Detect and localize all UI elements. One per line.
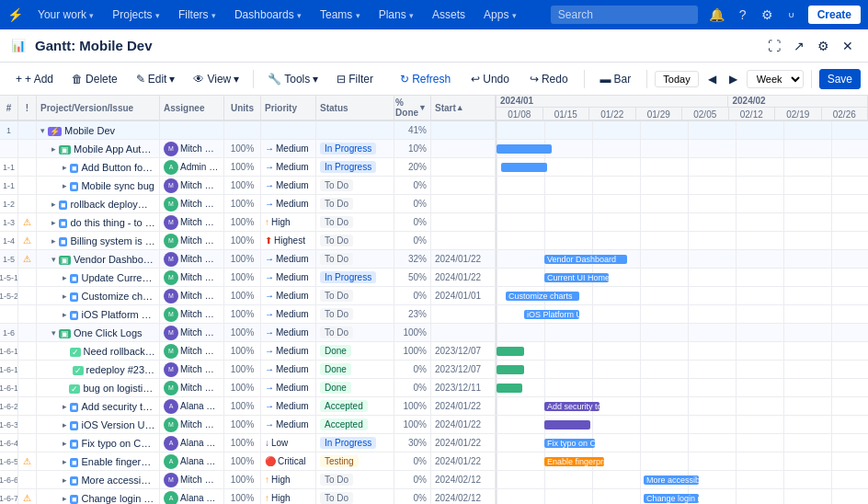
expand-toggle[interactable]: ▾ bbox=[40, 126, 45, 135]
cell-name[interactable]: ▸ ■ rollback deployment #23 bbox=[37, 195, 160, 212]
table-row[interactable]: ▸ ▣ Mobile App Authentication MMitch Da.… bbox=[0, 140, 868, 158]
save-button[interactable]: Save bbox=[819, 69, 861, 89]
nav-dashboards[interactable]: Dashboards ▾ bbox=[227, 8, 309, 21]
tools-button[interactable]: 🔧 Tools ▾ bbox=[259, 69, 326, 89]
expand-toggle[interactable]: ▾ bbox=[51, 328, 56, 338]
cell-name[interactable]: ✓ redeploy #23 asap bbox=[37, 361, 160, 378]
expand-toggle[interactable]: ▸ bbox=[63, 310, 67, 319]
cell-name[interactable]: ▾ ▣ One Click Logs bbox=[37, 324, 160, 341]
table-row[interactable]: ▸ ■ iOS Platform Update MMitch Da... 100… bbox=[0, 305, 868, 324]
table-row[interactable]: 1-6-3 ▸ ■ iOS Version Upgrade Notes MMit… bbox=[0, 416, 868, 434]
table-row[interactable]: 1-6-1 ✓ redeploy #23 asap MMitch Da... 1… bbox=[0, 361, 868, 379]
settings-gear-icon[interactable]: ⚙ bbox=[814, 37, 833, 55]
cell-name[interactable]: ▸ ■ iOS Platform Update bbox=[37, 305, 160, 323]
expand-toggle[interactable]: ▸ bbox=[63, 273, 67, 282]
redo-button[interactable]: ↪ Redo bbox=[521, 69, 577, 89]
expand-icon[interactable]: ⛶ bbox=[764, 37, 784, 55]
gantt-bar[interactable] bbox=[497, 144, 552, 154]
create-button[interactable]: Create bbox=[808, 6, 861, 24]
expand-toggle[interactable]: ▸ bbox=[51, 218, 56, 227]
table-row[interactable]: 1-6-4 ▸ ■ Fix typo on Contact Us page AA… bbox=[0, 434, 868, 452]
expand-toggle[interactable]: ▸ bbox=[63, 420, 67, 430]
table-row[interactable]: 1-6-1 ✓ bug on logistics or screen 12638… bbox=[0, 379, 868, 397]
nav-teams[interactable]: Teams ▾ bbox=[313, 8, 368, 21]
gantt-bar[interactable] bbox=[501, 163, 547, 172]
gantt-bar[interactable]: Change login related support documentati… bbox=[644, 494, 699, 503]
expand-toggle[interactable]: ▸ bbox=[63, 457, 67, 466]
gantt-bar[interactable]: More accessible home screen button bbox=[644, 475, 699, 485]
cell-name[interactable]: ▸ ■ Update Current UI Homescreen bbox=[37, 269, 160, 286]
cell-name[interactable]: ▸ ■ More accessible home screen button bbox=[37, 471, 160, 488]
gantt-bar[interactable]: Add security to mobile devices bbox=[544, 402, 600, 411]
table-row[interactable]: 1-1 ▸ ■ Mobile sync bug MMitch Da... 100… bbox=[0, 177, 868, 195]
cell-name[interactable]: ✓ Need rollback of last patch asap bbox=[37, 342, 160, 360]
expand-toggle[interactable]: ▸ bbox=[51, 200, 56, 209]
gantt-bar[interactable] bbox=[497, 347, 524, 356]
table-row[interactable]: 1 ▾ ⚡ Mobile Dev 41% bbox=[0, 121, 868, 140]
next-week-button[interactable]: ▶ bbox=[724, 69, 743, 89]
expand-toggle[interactable]: ▸ bbox=[51, 144, 56, 154]
table-row[interactable]: 1-4 ⚠ ▸ ■ Billing system is sending dupl… bbox=[0, 232, 868, 250]
table-row[interactable]: 1-6-7 ⚠ ▸ ■ Change login related support… bbox=[0, 489, 868, 504]
table-row[interactable]: 1-6-1 ✓ Need rollback of last patch asap… bbox=[0, 342, 868, 361]
gantt-bar[interactable] bbox=[544, 420, 590, 430]
table-row[interactable]: 1-2 ▸ ■ rollback deployment #23 MMitch D… bbox=[0, 195, 868, 213]
expand-toggle[interactable]: ▸ bbox=[63, 402, 67, 411]
cell-name[interactable]: ▸ ▣ Mobile App Authentication bbox=[37, 140, 160, 157]
table-row[interactable]: 1-6-2 ▸ ■ Add security to mobile devices… bbox=[0, 397, 868, 416]
expand-toggle[interactable]: ▾ bbox=[51, 255, 56, 264]
cell-name[interactable]: ▸ ■ Mobile sync bug bbox=[37, 177, 160, 194]
gantt-bar[interactable]: Vendor Dashboard bbox=[544, 255, 627, 264]
help-icon[interactable]: ? bbox=[736, 6, 750, 24]
prev-week-button[interactable]: ◀ bbox=[702, 69, 722, 89]
cell-name[interactable]: ▸ ■ Add Button for Click-through bbox=[37, 158, 160, 176]
edit-button[interactable]: ✎ Edit ▾ bbox=[128, 69, 184, 89]
notifications-icon[interactable]: 🔔 bbox=[705, 6, 728, 24]
cell-name[interactable]: ▸ ■ iOS Version Upgrade Notes bbox=[37, 416, 160, 433]
gantt-bar[interactable]: iOS Platform Update bbox=[524, 310, 579, 319]
close-icon[interactable]: ✕ bbox=[839, 37, 857, 55]
cell-name[interactable]: ▾ ▣ Vendor Dashboard bbox=[37, 250, 160, 268]
nav-assets[interactable]: Assets bbox=[425, 8, 473, 21]
cell-name[interactable]: ▾ ⚡ Mobile Dev bbox=[37, 121, 160, 139]
table-row[interactable]: 1-1 ▸ ■ Add Button for Click-through AAd… bbox=[0, 158, 868, 177]
cell-name[interactable]: ▸ ■ do this thing - to fix my issue bbox=[37, 213, 160, 231]
nav-plans[interactable]: Plans ▾ bbox=[371, 8, 421, 21]
table-row[interactable]: 1-6-5 ⚠ ▸ ■ Enable fingerprint identity … bbox=[0, 452, 868, 471]
user-avatar[interactable]: U bbox=[784, 7, 799, 22]
gantt-bar[interactable] bbox=[497, 365, 524, 374]
gantt-bar[interactable]: Current UI Homescreen bbox=[544, 273, 609, 282]
bar-button[interactable]: ▬ Bar bbox=[592, 69, 640, 89]
undo-button[interactable]: ↩ Undo bbox=[463, 69, 518, 89]
nav-filters[interactable]: Filters ▾ bbox=[171, 8, 223, 21]
gantt-bar[interactable]: Customize charts bbox=[506, 292, 579, 301]
nav-apps[interactable]: Apps ▾ bbox=[476, 8, 524, 21]
gantt-bar[interactable]: Fix typo on Contact Us page bbox=[544, 439, 595, 448]
table-row[interactable]: 1-5 ⚠ ▾ ▣ Vendor Dashboard MMitch Da... … bbox=[0, 250, 868, 269]
view-button[interactable]: 👁 View ▾ bbox=[185, 69, 247, 89]
nav-projects[interactable]: Projects ▾ bbox=[105, 8, 167, 21]
cell-name[interactable]: ▸ ■ Enable fingerprint identity to be us… bbox=[37, 452, 160, 470]
filter-button[interactable]: ⊟ Filter bbox=[328, 69, 382, 89]
cell-name[interactable]: ▸ ■ Billing system is sending duplicate … bbox=[37, 232, 160, 249]
gantt-bar[interactable]: Enable fingerprint identity to be used o… bbox=[544, 457, 604, 466]
add-button[interactable]: + + Add bbox=[7, 69, 62, 89]
expand-toggle[interactable]: ▸ bbox=[63, 292, 67, 301]
delete-button[interactable]: 🗑 Delete bbox=[63, 69, 126, 89]
share-icon[interactable]: ↗ bbox=[790, 37, 808, 55]
table-row[interactable]: 1-3 ⚠ ▸ ■ do this thing - to fix my issu… bbox=[0, 213, 868, 232]
cell-name[interactable]: ▸ ■ Change login related support docume.… bbox=[37, 489, 160, 504]
table-row[interactable]: 1-5-2 ▸ ■ Customize charts MMitch Da... … bbox=[0, 287, 868, 305]
week-select[interactable]: Week bbox=[747, 70, 804, 88]
expand-toggle[interactable]: ▸ bbox=[63, 163, 67, 172]
cell-name[interactable]: ▸ ■ Customize charts bbox=[37, 287, 160, 304]
cell-name[interactable]: ▸ ■ Fix typo on Contact Us page bbox=[37, 434, 160, 452]
table-row[interactable]: 1-5-1 ▸ ■ Update Current UI Homescreen M… bbox=[0, 269, 868, 287]
table-row[interactable]: 1-6-6 ▸ ■ More accessible home screen bu… bbox=[0, 471, 868, 489]
cell-name[interactable]: ▸ ■ Add security to mobile devices bbox=[37, 397, 160, 415]
table-row[interactable]: 1-6 ▾ ▣ One Click Logs MMitch Da... 100%… bbox=[0, 324, 868, 342]
search-input[interactable] bbox=[551, 6, 698, 24]
today-button[interactable]: Today bbox=[655, 71, 698, 87]
settings-icon[interactable]: ⚙ bbox=[758, 6, 777, 24]
expand-toggle[interactable]: ▸ bbox=[63, 494, 67, 503]
